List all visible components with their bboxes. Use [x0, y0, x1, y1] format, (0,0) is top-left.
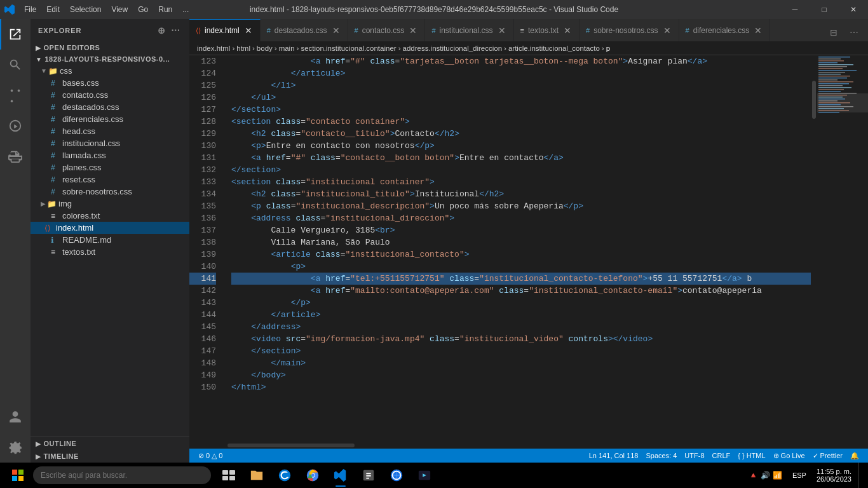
code-content[interactable]: <a href="#" class="tarjetas__boton tarje… — [221, 55, 811, 442]
breadcrumb-html[interactable]: html — [236, 44, 250, 52]
account-activity-icon[interactable] — [0, 402, 31, 432]
close-button[interactable]: ✕ — [839, 0, 868, 19]
tab-sobre-nosotros-css[interactable]: # sobre-nosotros.css ✕ — [580, 19, 679, 41]
open-editors-header[interactable]: ▶ OPEN EDITORS — [31, 42, 189, 53]
extensions-activity-icon[interactable] — [0, 141, 31, 172]
taskbar-search-input[interactable] — [33, 466, 211, 484]
run-debug-activity-icon[interactable] — [0, 111, 31, 141]
line-num-142: 142 — [189, 285, 216, 297]
menu-edit[interactable]: Edit — [41, 0, 65, 19]
vertical-scrollbar[interactable] — [811, 55, 817, 442]
tab-sobre-nosotros-css-close[interactable]: ✕ — [662, 25, 672, 36]
minimize-button[interactable]: ─ — [780, 0, 810, 19]
app7-taskbar[interactable] — [412, 463, 437, 488]
breadcrumb-index[interactable]: index.html — [197, 44, 230, 52]
go-live-status[interactable]: ⊕ Go Live — [770, 449, 809, 463]
tab-diferenciales-css[interactable]: # diferenciales.css ✕ — [679, 19, 771, 41]
breadcrumb-main[interactable]: main — [279, 44, 295, 52]
tab-textos-txt-close[interactable]: ✕ — [562, 25, 573, 36]
line-ending-status[interactable]: CRLF — [709, 449, 735, 463]
outline-section[interactable]: ▶ OUTLINE — [31, 437, 189, 450]
task-view-button[interactable] — [216, 463, 241, 488]
file-explorer-taskbar-app[interactable] — [244, 463, 269, 488]
horizontal-scrollbar[interactable] — [189, 442, 868, 449]
sobre-nosotros-css-item[interactable]: # sobre-nosotros.css — [31, 186, 189, 198]
menu-view[interactable]: View — [106, 0, 133, 19]
textos-txt-label: textos.txt — [62, 247, 95, 257]
app6-taskbar[interactable] — [384, 463, 409, 488]
contacto-css-item[interactable]: # contacto.css — [31, 89, 189, 101]
scrollbar-thumb[interactable] — [812, 81, 816, 119]
institucional-css-item[interactable]: # institucional.css — [31, 137, 189, 149]
vscode-taskbar-app[interactable] — [328, 463, 353, 488]
img-folder[interactable]: ▶📁 img — [31, 198, 189, 210]
code-editor[interactable]: 123 124 125 126 127 128 129 130 131 132 … — [189, 55, 868, 442]
activity-bar-bottom — [0, 402, 31, 463]
svg-rect-11 — [818, 76, 850, 77]
vscode-logo-icon[interactable] — [0, 0, 19, 19]
reset-css-item[interactable]: # reset.css — [31, 173, 189, 186]
explorer-section-header[interactable]: ▼ 1828-LAYOUTS-RESPONSIVOS-0... — [31, 53, 189, 65]
explorer-activity-icon[interactable] — [0, 19, 31, 50]
destacados-css-item[interactable]: # destacados.css — [31, 101, 189, 113]
tab-contacto-css-close[interactable]: ✕ — [408, 25, 418, 36]
horizontal-scrollbar-thumb[interactable] — [227, 444, 355, 447]
menu-selection[interactable]: Selection — [65, 0, 106, 19]
maximize-button[interactable]: □ — [810, 0, 839, 19]
head-css-item[interactable]: # head.css — [31, 125, 189, 137]
textos-txt-item[interactable]: ≡ textos.txt — [31, 246, 189, 258]
colores-txt-item[interactable]: ≡ colores.txt — [31, 210, 189, 222]
tab-destacados-css-close[interactable]: ✕ — [331, 25, 341, 36]
menu-go[interactable]: Go — [133, 0, 153, 19]
css-folder[interactable]: ▼📁 css — [31, 65, 189, 77]
tray-icons[interactable]: 🔺 🔊 📶 — [745, 463, 786, 488]
line-num-130: 130 — [189, 140, 216, 152]
source-control-activity-icon[interactable] — [0, 80, 31, 111]
app5-taskbar[interactable] — [356, 463, 381, 488]
readme-md-item[interactable]: ℹ README.md — [31, 234, 189, 246]
breadcrumb-body[interactable]: body — [257, 44, 273, 52]
timeline-section[interactable]: ▶ TIMELINE — [31, 450, 189, 463]
tab-index-html[interactable]: ⟨⟩ index.html ✕ — [189, 19, 261, 41]
collapse-all-icon[interactable]: ⋯ — [170, 24, 182, 37]
index-html-item[interactable]: ⟨⟩ index.html — [31, 222, 189, 234]
start-button[interactable] — [5, 463, 31, 488]
breadcrumb-address[interactable]: address.institucional_direccion — [402, 44, 502, 52]
menu-run[interactable]: Run — [153, 0, 177, 19]
tab-index-html-close[interactable]: ✕ — [243, 25, 254, 36]
cursor-position-status[interactable]: Ln 141, Col 118 — [585, 449, 642, 463]
diferenciales-css-item[interactable]: # diferenciales.css — [31, 113, 189, 125]
language-mode-status[interactable]: { } HTML — [734, 449, 769, 463]
split-editor-icon[interactable]: ⊟ — [825, 24, 843, 41]
chrome-taskbar-app[interactable] — [300, 463, 325, 488]
tab-institucional-css[interactable]: # institucional.css ✕ — [425, 19, 513, 41]
planes-css-item[interactable]: # planes.css — [31, 161, 189, 173]
errors-warnings-status[interactable]: ⊘ 0 △ 0 — [194, 449, 226, 463]
tab-diferenciales-css-close[interactable]: ✕ — [753, 25, 763, 36]
show-desktop-button[interactable] — [858, 463, 863, 488]
menu-more[interactable]: ... — [177, 0, 194, 19]
indentation-status[interactable]: Spaces: 4 — [642, 449, 681, 463]
planes-css-label: planes.css — [62, 163, 101, 172]
edge-taskbar-app[interactable] — [272, 463, 297, 488]
prettier-status[interactable]: ✓ Prettier — [809, 449, 846, 463]
breadcrumb-section[interactable]: section.institucional.container — [301, 44, 396, 52]
errors-count: 0 — [206, 452, 210, 459]
more-actions-icon[interactable]: ⋯ — [845, 24, 863, 41]
menu-file[interactable]: File — [19, 0, 41, 19]
clock[interactable]: 11:55 p. m. 26/06/2023 — [813, 463, 855, 488]
language-indicator[interactable]: ESP — [789, 463, 810, 488]
new-file-icon[interactable]: ⊕ — [156, 24, 167, 37]
tab-textos-txt[interactable]: ≡ textos.txt ✕ — [514, 19, 580, 41]
settings-activity-icon[interactable] — [0, 432, 31, 463]
tab-destacados-css[interactable]: # destacados.css ✕ — [261, 19, 348, 41]
encoding-status[interactable]: UTF-8 — [681, 449, 708, 463]
search-activity-icon[interactable] — [0, 50, 31, 80]
llamada-css-item[interactable]: # llamada.css — [31, 149, 189, 161]
tab-institucional-css-close[interactable]: ✕ — [497, 25, 507, 36]
breadcrumb-p[interactable]: p — [606, 44, 610, 52]
tab-contacto-css[interactable]: # contacto.css ✕ — [348, 19, 426, 41]
bases-css-item[interactable]: # bases.css — [31, 77, 189, 89]
breadcrumb-article[interactable]: article.institucional_contacto — [508, 44, 600, 52]
notifications-status[interactable]: 🔔 — [846, 449, 863, 463]
